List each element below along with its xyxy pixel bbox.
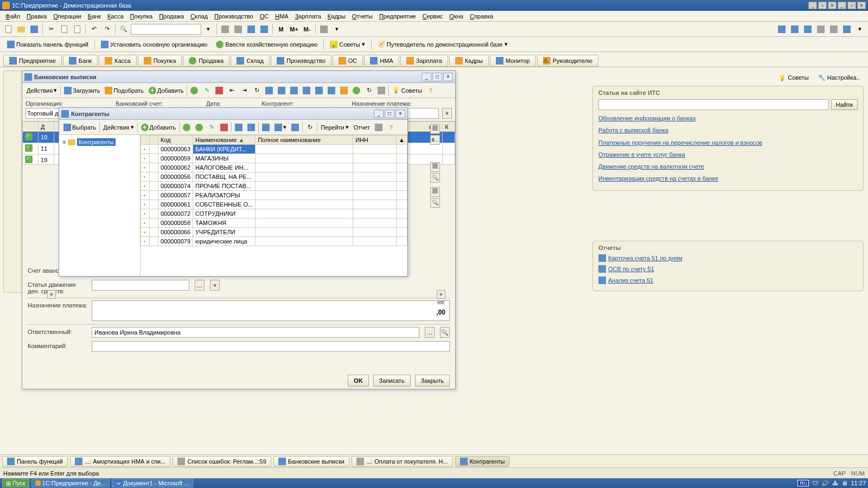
r-icon-2[interactable] — [789, 23, 801, 35]
table-row[interactable]: + 000000062 НАЛОГОВЫЕ ИН... — [141, 163, 407, 172]
its-link[interactable]: Инвентаризация средств на счетах в банке — [598, 175, 858, 182]
tips-button[interactable]: 💡Советы▾ — [326, 38, 368, 50]
tab-salary[interactable]: Зарплата — [400, 55, 448, 67]
task-bank[interactable]: Банковские выписки — [273, 456, 349, 467]
dropdown-icon[interactable]: ▾ — [202, 23, 214, 35]
scroll-right-button[interactable]: » — [437, 290, 445, 299]
ctr-select-button[interactable]: Выбрать — [61, 121, 98, 133]
menu-enterprise[interactable]: Предприятие — [376, 12, 419, 21]
responsible-input[interactable]: Иванова Ирина Владимировна — [92, 327, 419, 338]
table-row[interactable]: + 000000063 БАНКИ (КРЕДИТ... — [141, 145, 407, 154]
r-icon-3[interactable] — [802, 23, 814, 35]
lang-indicator[interactable]: RU — [797, 480, 809, 486]
col-icon[interactable] — [141, 136, 150, 145]
tb-f5-icon[interactable] — [326, 85, 337, 97]
expand-icon[interactable]: ⊞ — [62, 140, 66, 145]
menu-bank[interactable]: Банк — [85, 12, 104, 21]
ctr-min-button[interactable]: _ — [374, 110, 384, 118]
set-org-button[interactable]: Установить основную организацию — [97, 38, 212, 50]
ctr-tb-refresh-icon[interactable]: ↻ — [304, 121, 316, 133]
enter-op-button[interactable]: Ввести хозяйственную операцию — [212, 38, 321, 50]
ctr-actions-button[interactable]: Действия ▾ — [101, 121, 136, 133]
tray-icon[interactable]: 🔊 — [821, 480, 829, 487]
tab-nma[interactable]: НМА — [364, 55, 399, 67]
tab-enterprise[interactable]: Предприятие — [3, 55, 62, 67]
r-icon-5[interactable] — [828, 23, 840, 35]
task-amort[interactable]: ...: Амортизация НМА и спи... — [70, 456, 170, 467]
bank-pick-button[interactable]: Подобрать — [103, 85, 145, 97]
ctr-goto-button[interactable]: Перейти ▾ — [318, 121, 351, 133]
tool2-icon[interactable] — [258, 23, 270, 35]
task-payment[interactable]: ...: Оплата от покупателя. Н... — [352, 456, 453, 467]
table-row[interactable]: + 000000057 РЕАЛИЗАТОРЫ — [141, 191, 407, 200]
row-btn[interactable]: й... — [430, 135, 440, 145]
tab-sale[interactable]: Продажа — [183, 55, 229, 67]
col-k[interactable]: К — [443, 122, 455, 132]
clock[interactable]: 11:27 — [851, 480, 866, 486]
tb-f7-icon[interactable] — [350, 85, 362, 97]
tab-hr[interactable]: Кадры — [449, 55, 489, 67]
col-name[interactable]: Наименование ▲ — [193, 136, 256, 145]
show-panel-button[interactable]: Показать панель функций — [3, 38, 92, 50]
bank-actions-button[interactable]: Действия ▾ — [24, 85, 59, 97]
table-row[interactable]: + 000000059 МАГАЗИНЫ — [141, 154, 407, 163]
tab-manager[interactable]: ⚠Руководителю — [537, 55, 598, 67]
r-icon-6[interactable] — [841, 23, 853, 35]
tab-cash[interactable]: Касса — [99, 55, 137, 67]
movement-pick-button[interactable]: … — [195, 280, 205, 291]
tray-icon[interactable]: 🖥 — [841, 480, 847, 486]
search-input[interactable] — [131, 24, 201, 35]
its-link[interactable]: Отражение в учете услуг банка — [598, 151, 858, 158]
bank-window-titlebar[interactable]: Банковские выписки _ □ × — [22, 71, 455, 83]
menu-windows[interactable]: Окна — [446, 12, 467, 21]
tb-icon[interactable] — [188, 85, 200, 97]
ctr-tb-del-icon[interactable] — [218, 121, 230, 133]
tool3-icon[interactable] — [318, 23, 330, 35]
menu-reports[interactable]: Отчеты — [349, 12, 376, 21]
ctr-tree[interactable]: ⊞ Контрагенты — [59, 135, 141, 276]
table-row[interactable]: + 000000079 юридические лица — [141, 237, 407, 246]
its-link[interactable]: Обновление информации о банках — [598, 114, 858, 122]
its-link[interactable]: Движение средств на валютном счете — [598, 163, 858, 170]
menu-cash[interactable]: Касса — [104, 12, 127, 21]
menu-help[interactable]: Справка — [467, 12, 496, 21]
tb-del-icon[interactable] — [213, 85, 225, 97]
tb-edit-icon[interactable]: ✎ — [201, 85, 213, 97]
rs-tips-button[interactable]: 💡Советы — [775, 72, 812, 84]
save-icon[interactable] — [28, 23, 40, 35]
movement-clear-button[interactable]: × — [210, 280, 220, 291]
table-row[interactable]: + 000000056 ПОСТАВЩ. НА РЕ... — [141, 172, 407, 182]
tb-right-icon[interactable]: ⇥ — [238, 85, 250, 97]
close-button[interactable]: × — [828, 2, 837, 9]
ctr-tb-icon[interactable]: ▾ — [272, 121, 289, 133]
menu-nma[interactable]: НМА — [272, 12, 291, 21]
ctr-tb-icon[interactable] — [233, 121, 245, 133]
paste-icon[interactable] — [71, 23, 83, 35]
menu-production[interactable]: Производство — [211, 12, 257, 21]
ok-button[interactable]: OK — [348, 375, 369, 387]
clear-filters-button[interactable]: × — [442, 108, 452, 119]
tb-f8-icon[interactable]: ↻ — [363, 85, 375, 97]
tool3b-icon[interactable]: ▾ — [331, 23, 343, 35]
tb-left-icon[interactable]: ⇤ — [226, 85, 238, 97]
ctr-tb-icon[interactable] — [289, 121, 301, 133]
ctr-tb-icon[interactable] — [260, 121, 272, 133]
menu-purchase[interactable]: Покупка — [127, 12, 156, 21]
task-errors[interactable]: Список ошибок: Реглам...:59 — [173, 456, 271, 467]
menu-warehouse[interactable]: Склад — [187, 12, 211, 21]
search-icon[interactable]: 🔍 — [118, 23, 130, 35]
tab-production[interactable]: Производство — [271, 55, 331, 67]
ctr-tb-icon[interactable] — [193, 121, 205, 133]
its-find-button[interactable]: Найти — [831, 99, 858, 110]
col-icon2[interactable] — [150, 136, 158, 145]
tb-f3-icon[interactable] — [301, 85, 312, 97]
bank-tips-button[interactable]: 💡Советы — [390, 85, 424, 97]
comment-input[interactable] — [92, 341, 450, 352]
row-btn[interactable] — [430, 162, 440, 172]
save-button[interactable]: Записать — [373, 375, 411, 387]
tb-refresh-icon[interactable]: ↻ — [251, 85, 263, 97]
menu-file[interactable]: Файл — [2, 12, 23, 21]
restore2-button[interactable]: ▫ — [847, 2, 856, 9]
scroll-left-button[interactable]: « — [47, 290, 56, 299]
table-row[interactable]: + 000000066 УЧРЕДИТЕЛИ — [141, 228, 407, 237]
